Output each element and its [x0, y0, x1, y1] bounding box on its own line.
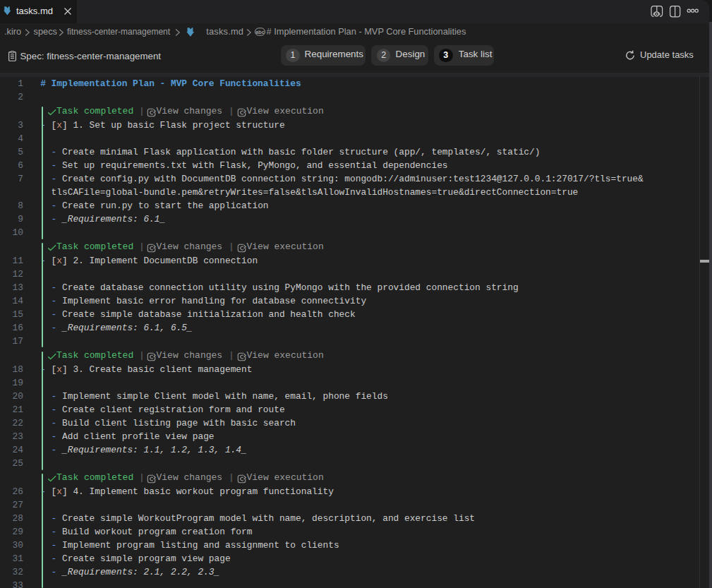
svg-text:abc: abc — [255, 30, 264, 35]
